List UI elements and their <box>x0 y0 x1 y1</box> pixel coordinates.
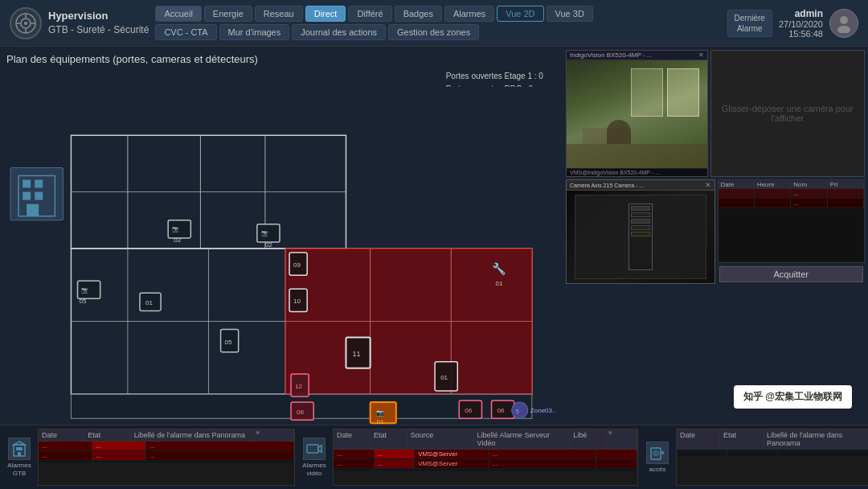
svg-point-66 <box>512 402 528 418</box>
main-camera-image <box>567 60 707 168</box>
svg-text:📷: 📷 <box>261 229 268 236</box>
nav-vue2d-button[interactable]: Vue 2D <box>497 6 543 22</box>
accesses-icon-section: accès <box>641 429 674 486</box>
acquitter-section: Acquitter <box>718 263 866 284</box>
floor-plan-container: Plan des équipements (portes, cameras et… <box>0 47 563 425</box>
alarms-gtb-table-body: ... ... ... ... ... ... <box>39 442 294 463</box>
nav-energie-button[interactable]: Energie <box>204 6 252 22</box>
alarms-gtb-table-header: Date Etat Libellé de l'alarme dans Panor… <box>39 429 294 442</box>
floor-plan-svg: 📷 05 01 📷 02 📷 02 05 09 <box>6 70 556 425</box>
alarms-video-table-body: ... ... VMS@Server ... ... ... VMS@Serve… <box>334 450 637 471</box>
camera-feeds-row: IndigoVision BX520-4MP - ... ✕ <box>566 50 865 177</box>
nav-cvc-button[interactable]: CVC - CTA <box>155 24 216 40</box>
app-logo-icon <box>10 7 42 39</box>
nav-row-2: CVC - CTA Mur d'images Journal des actio… <box>155 24 727 40</box>
svg-text:📷: 📷 <box>172 225 179 232</box>
bottom-camera-title-bar: Camera Axis 215 Camera - ... ✕ <box>567 180 714 191</box>
svg-text:01: 01 <box>496 280 503 287</box>
alarms-gtb-icon-section: Alarmes GTB <box>3 429 35 486</box>
alarms-gtb-table: Date Etat Libellé de l'alarme dans Panor… <box>38 429 295 486</box>
svg-point-2 <box>24 22 27 25</box>
svg-marker-73 <box>14 442 25 445</box>
svg-text:02: 02 <box>265 241 272 249</box>
right-panel: IndigoVision BX520-4MP - ... ✕ <box>563 47 868 425</box>
nav-badges-button[interactable]: Badges <box>395 6 442 22</box>
alarm-table-row[interactable]: ... ... ... <box>39 442 294 451</box>
svg-rect-14 <box>23 192 31 200</box>
alarm-list-row[interactable]: ... <box>719 189 865 199</box>
alarm-table-row[interactable]: ... ... VMS@Server ... <box>334 450 637 459</box>
top-navigation-bar: Hypervision GTB - Sureté - Sécurité Accu… <box>0 0 868 47</box>
alarm-list-box: Date Heure Nom Pri ... ... <box>718 179 866 263</box>
alarms-gtb-section: Alarmes GTB Date Etat Libellé de l'alarm… <box>3 429 295 486</box>
svg-text:Zone03..: Zone03.. <box>530 407 556 414</box>
nav-journal-button[interactable]: Journal des actions <box>292 24 386 40</box>
accesses-table: Date Etat Libellé de l'alarme dans Panor… <box>676 429 868 486</box>
access-icon <box>646 442 669 464</box>
nav-vue3d-button[interactable]: Vue 3D <box>547 6 593 22</box>
nav-direct-button[interactable]: Direct <box>305 6 346 22</box>
svg-rect-72 <box>18 452 21 456</box>
alarms-gtb-label: Alarmes GTB <box>7 462 31 477</box>
bottom-camera-image <box>567 191 714 283</box>
svg-text:05: 05 <box>225 339 232 346</box>
watermark: 知乎 @宏集工业物联网 <box>734 385 852 409</box>
main-camera-subtitle: VMS@IndigoVision BX520-4MP - ... <box>567 168 707 176</box>
nav-alarmes-button[interactable]: Alarmes <box>444 6 494 22</box>
nav-reseau-button[interactable]: Reseau <box>255 6 303 22</box>
svg-text:05: 05 <box>80 298 87 305</box>
accesses-label: accès <box>649 466 666 473</box>
svg-text:📷: 📷 <box>376 409 385 417</box>
svg-point-78 <box>655 453 657 454</box>
svg-rect-13 <box>35 179 43 187</box>
main-camera-title-bar: IndigoVision BX520-4MP - ... ✕ <box>567 51 707 60</box>
bottom-camera-feed: Camera Axis 215 Camera - ... ✕ <box>566 179 715 284</box>
nav-buttons-container: Accueil Energie Reseau Direct Différé Ba… <box>155 6 727 40</box>
acquitter-button[interactable]: Acquitter <box>719 266 864 282</box>
admin-avatar <box>829 9 858 38</box>
logo-section: Hypervision GTB - Sureté - Sécurité <box>3 4 155 43</box>
floor-plan-wrapper: Portes ouvertes Etage 1 : 0 Portes ouver… <box>6 70 556 425</box>
svg-text:01: 01 <box>440 374 448 381</box>
svg-text:08: 08 <box>297 409 304 416</box>
svg-text:11: 11 <box>353 350 361 358</box>
nav-row-1: Accueil Energie Reseau Direct Différé Ba… <box>155 6 727 22</box>
alarms-video-section: Alarmes vidéo Date Etat Source Libellé A… <box>298 429 638 486</box>
nav-accueil-button[interactable]: Accueil <box>155 6 201 22</box>
svg-rect-74 <box>307 445 318 453</box>
alarm-table-row[interactable] <box>334 469 637 471</box>
svg-text:02: 02 <box>174 236 181 244</box>
derniere-alarme-button[interactable]: Dernière Alarme <box>727 10 772 37</box>
svg-text:06: 06 <box>497 407 505 414</box>
nav-gestion-button[interactable]: Gestion des zones <box>388 24 479 40</box>
svg-rect-71 <box>19 447 23 450</box>
svg-rect-12 <box>23 179 31 187</box>
nav-differe-button[interactable]: Différé <box>348 6 391 22</box>
alarm-table-row[interactable]: ... ... VMS@Server ... <box>334 459 637 469</box>
svg-rect-16 <box>27 204 39 216</box>
camera-alarm-icon <box>303 438 326 460</box>
svg-text:01: 01 <box>145 299 153 306</box>
bottom-camera-section: Camera Axis 215 Camera - ... ✕ <box>566 179 865 284</box>
alarm-table-row[interactable]: ... ... ... <box>39 451 294 461</box>
svg-marker-75 <box>318 446 321 452</box>
main-content-area: Plan des équipements (portes, cameras et… <box>0 47 868 425</box>
admin-info: admin 27/10/2020 15:56:48 <box>779 8 823 39</box>
alarm-list-row[interactable]: ... <box>719 199 865 208</box>
bottom-bar: Alarmes GTB Date Etat Libellé de l'alarm… <box>0 425 868 489</box>
alarm-table-row[interactable] <box>39 461 294 463</box>
alarms-video-table: Date Etat Source Libellé Alarme Serveur … <box>333 429 638 486</box>
svg-text:01: 01 <box>377 418 384 425</box>
alarm-table-row[interactable] <box>677 454 868 457</box>
accesses-section: accès Date Etat Libellé de l'alarme dans… <box>641 429 868 486</box>
nav-mur-button[interactable]: Mur d'images <box>219 24 290 40</box>
accesses-table-body <box>677 450 868 457</box>
svg-rect-70 <box>16 447 19 450</box>
camera-drop-zone[interactable]: Glisser-déposer une caméra pour l'affich… <box>710 50 866 177</box>
alarm-list-panel: Date Heure Nom Pri ... ... <box>718 179 866 284</box>
app-title-text: Hypervision GTB - Sureté - Sécurité <box>48 9 149 37</box>
accesses-table-header: Date Etat Libellé de l'alarme dans Panor… <box>677 429 868 450</box>
alarms-video-icon-section: Alarmes vidéo <box>298 429 330 486</box>
alarms-video-table-header: Date Etat Source Libellé Alarme Serveur … <box>334 429 637 450</box>
svg-text:12: 12 <box>295 383 302 390</box>
